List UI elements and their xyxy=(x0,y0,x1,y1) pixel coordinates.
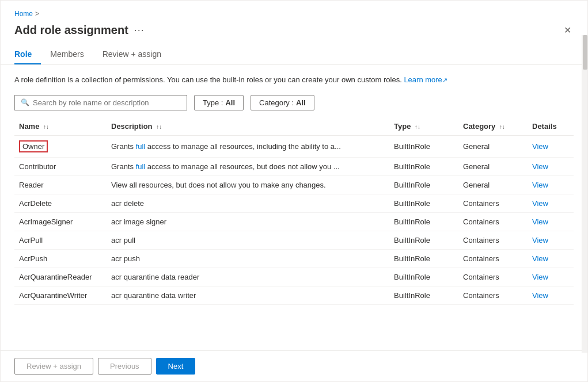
role-description: acr pull xyxy=(107,231,389,249)
tab-members[interactable]: Members xyxy=(41,45,93,64)
review-assign-button[interactable]: Review + assign xyxy=(14,358,93,375)
page-container: Home > Add role assignment ··· ✕ Role Me… xyxy=(0,0,588,382)
content-area: A role definition is a collection of per… xyxy=(1,65,587,350)
scrollbar[interactable] xyxy=(582,35,587,353)
type-sort-icon[interactable]: ↑↓ xyxy=(415,124,420,130)
tabs-container: Role Members Review + assign xyxy=(14,45,574,64)
role-name[interactable]: Contributor xyxy=(19,162,56,171)
table-row[interactable]: AcrDeleteacr deleteBuiltInRoleContainers… xyxy=(14,194,574,212)
role-name-selected[interactable]: Owner xyxy=(19,140,48,152)
table-row[interactable]: ReaderView all resources, but does not a… xyxy=(14,175,574,194)
role-category: Containers xyxy=(458,231,528,249)
table-row[interactable]: ContributorGrants full access to manage … xyxy=(14,157,574,175)
role-description: acr image signer xyxy=(107,212,389,231)
role-type: BuiltInRole xyxy=(389,286,458,304)
view-link[interactable]: View xyxy=(532,162,548,171)
role-name[interactable]: AcrDelete xyxy=(19,199,52,208)
role-name[interactable]: AcrPush xyxy=(19,254,47,263)
role-category: General xyxy=(458,175,528,194)
page-title: Add role assignment xyxy=(14,24,128,37)
category-filter-value: All xyxy=(296,98,306,107)
view-link[interactable]: View xyxy=(532,199,548,208)
col-header-details: Details xyxy=(528,117,574,136)
col-header-description: Description ↑↓ xyxy=(107,117,389,136)
top-bar: Home > Add role assignment ··· ✕ Role Me… xyxy=(1,1,587,65)
category-filter-label: Category : xyxy=(259,98,294,107)
scrollbar-thumb xyxy=(583,35,587,70)
role-details: View xyxy=(528,194,574,212)
view-link[interactable]: View xyxy=(532,236,548,245)
role-details: View xyxy=(528,249,574,268)
role-category: Containers xyxy=(458,212,528,231)
role-details: View xyxy=(528,231,574,249)
role-description: acr quarantine data reader xyxy=(107,268,389,286)
search-icon: 🔍 xyxy=(21,98,29,106)
breadcrumb: Home > xyxy=(14,10,574,18)
table-row[interactable]: AcrQuarantineReaderacr quarantine data r… xyxy=(14,268,574,286)
description-text: A role definition is a collection of per… xyxy=(14,74,574,86)
role-name[interactable]: AcrPull xyxy=(19,236,43,245)
role-type: BuiltInRole xyxy=(389,135,458,157)
role-name[interactable]: AcrQuarantineWriter xyxy=(19,291,87,300)
close-button[interactable]: ✕ xyxy=(562,22,574,38)
role-type: BuiltInRole xyxy=(389,249,458,268)
search-input[interactable] xyxy=(33,98,181,107)
role-type: BuiltInRole xyxy=(389,194,458,212)
role-type: BuiltInRole xyxy=(389,268,458,286)
role-description: Grants full access to manage all resourc… xyxy=(107,157,389,175)
header-row: Add role assignment ··· ✕ xyxy=(14,22,574,38)
role-category: Containers xyxy=(458,249,528,268)
search-box: 🔍 xyxy=(14,95,187,110)
type-filter-value: All xyxy=(225,98,235,107)
footer: Review + assign Previous Next xyxy=(1,350,587,381)
role-description: acr delete xyxy=(107,194,389,212)
role-name[interactable]: AcrImageSigner xyxy=(19,217,73,226)
view-link[interactable]: View xyxy=(532,273,548,281)
role-details: View xyxy=(528,286,574,304)
table-row[interactable]: AcrPullacr pullBuiltInRoleContainersView xyxy=(14,231,574,249)
category-filter-button[interactable]: Category : All xyxy=(251,95,314,110)
name-sort-icon[interactable]: ↑↓ xyxy=(43,124,49,130)
view-link[interactable]: View xyxy=(532,254,548,263)
col-header-name: Name ↑↓ xyxy=(14,117,107,136)
role-description: acr push xyxy=(107,249,389,268)
table-row[interactable]: AcrImageSigneracr image signerBuiltInRol… xyxy=(14,212,574,231)
tab-review-assign[interactable]: Review + assign xyxy=(93,45,170,64)
role-category: General xyxy=(458,157,528,175)
view-link[interactable]: View xyxy=(532,217,548,226)
role-details: View xyxy=(528,157,574,175)
role-name[interactable]: Reader xyxy=(19,181,44,189)
role-type: BuiltInRole xyxy=(389,231,458,249)
table-row[interactable]: AcrQuarantineWriteracr quarantine data w… xyxy=(14,286,574,304)
role-details: View xyxy=(528,135,574,157)
previous-button[interactable]: Previous xyxy=(98,358,151,375)
category-sort-icon[interactable]: ↑↓ xyxy=(499,124,505,130)
table-header-row: Name ↑↓ Description ↑↓ Type ↑↓ Category … xyxy=(14,117,574,136)
description-sort-icon[interactable]: ↑↓ xyxy=(156,124,162,130)
role-name[interactable]: AcrQuarantineReader xyxy=(19,273,92,281)
role-category: General xyxy=(458,135,528,157)
type-filter-button[interactable]: Type : All xyxy=(194,95,244,110)
next-button[interactable]: Next xyxy=(156,358,196,375)
learn-more-link[interactable]: Learn more↗ xyxy=(404,75,447,84)
table-row[interactable]: AcrPushacr pushBuiltInRoleContainersView xyxy=(14,249,574,268)
role-details: View xyxy=(528,212,574,231)
role-description: acr quarantine data writer xyxy=(107,286,389,304)
role-category: Containers xyxy=(458,286,528,304)
view-link[interactable]: View xyxy=(532,142,548,151)
table-row[interactable]: OwnerGrants full access to manage all re… xyxy=(14,135,574,157)
role-type: BuiltInRole xyxy=(389,157,458,175)
breadcrumb-separator: > xyxy=(35,10,39,18)
role-description: Grants full access to manage all resourc… xyxy=(107,135,389,157)
role-description: View all resources, but does not allow y… xyxy=(107,175,389,194)
tab-role[interactable]: Role xyxy=(14,45,41,64)
view-link[interactable]: View xyxy=(532,181,548,189)
view-link[interactable]: View xyxy=(532,291,548,300)
breadcrumb-home[interactable]: Home xyxy=(14,10,33,18)
role-details: View xyxy=(528,268,574,286)
toolbar: 🔍 Type : All Category : All xyxy=(14,95,574,110)
ellipsis-button[interactable]: ··· xyxy=(134,24,145,36)
role-category: Containers xyxy=(458,268,528,286)
role-type: BuiltInRole xyxy=(389,212,458,231)
role-category: Containers xyxy=(458,194,528,212)
